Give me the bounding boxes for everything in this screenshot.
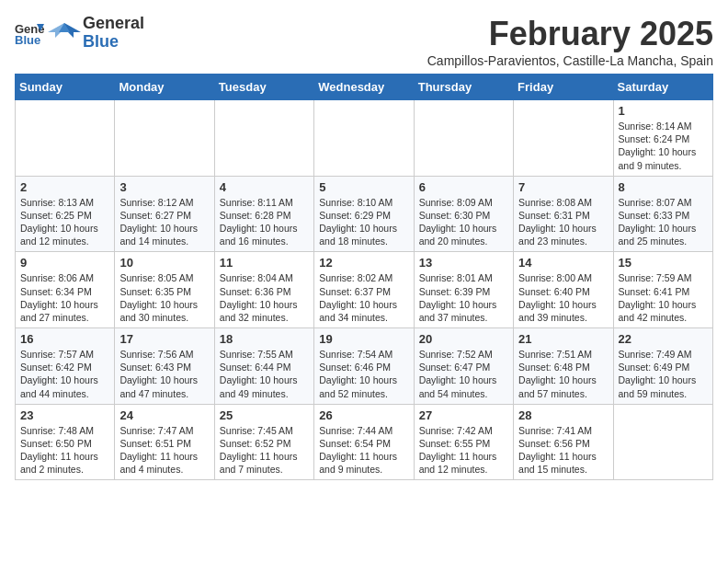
column-header-tuesday: Tuesday [214, 75, 313, 100]
calendar-cell [414, 100, 513, 177]
calendar-cell: 12Sunrise: 8:02 AM Sunset: 6:37 PM Dayli… [314, 252, 414, 328]
calendar-cell: 26Sunrise: 7:44 AM Sunset: 6:54 PM Dayli… [314, 404, 414, 480]
week-row-5: 23Sunrise: 7:48 AM Sunset: 6:50 PM Dayli… [16, 404, 713, 480]
title-block: February 2025 Campillos-Paravientos, Cas… [427, 15, 713, 68]
day-info: Sunrise: 7:52 AM Sunset: 6:47 PM Dayligh… [419, 348, 508, 400]
day-number: 16 [20, 332, 109, 346]
column-header-sunday: Sunday [16, 75, 115, 100]
week-row-1: 1Sunrise: 8:14 AM Sunset: 6:24 PM Daylig… [16, 100, 713, 177]
day-info: Sunrise: 7:56 AM Sunset: 6:43 PM Dayligh… [119, 348, 209, 400]
day-number: 8 [619, 180, 708, 194]
logo-general-text: General [83, 14, 144, 32]
calendar-cell: 24Sunrise: 7:47 AM Sunset: 6:51 PM Dayli… [115, 404, 214, 480]
calendar-header-row: SundayMondayTuesdayWednesdayThursdayFrid… [16, 75, 713, 100]
day-info: Sunrise: 7:47 AM Sunset: 6:51 PM Dayligh… [119, 424, 209, 477]
calendar-cell: 17Sunrise: 7:56 AM Sunset: 6:43 PM Dayli… [115, 328, 214, 405]
day-info: Sunrise: 7:41 AM Sunset: 6:56 PM Dayligh… [518, 424, 608, 477]
week-row-3: 9Sunrise: 8:06 AM Sunset: 6:34 PM Daylig… [16, 252, 713, 328]
calendar-cell: 15Sunrise: 7:59 AM Sunset: 6:41 PM Dayli… [613, 252, 712, 328]
calendar-cell: 10Sunrise: 8:05 AM Sunset: 6:35 PM Dayli… [115, 252, 214, 328]
day-number: 7 [518, 180, 608, 194]
column-header-wednesday: Wednesday [314, 75, 414, 100]
day-number: 15 [619, 256, 708, 270]
calendar-cell: 5Sunrise: 8:10 AM Sunset: 6:29 PM Daylig… [314, 176, 414, 252]
calendar-cell: 27Sunrise: 7:42 AM Sunset: 6:55 PM Dayli… [414, 404, 513, 480]
day-info: Sunrise: 7:49 AM Sunset: 6:49 PM Dayligh… [619, 348, 708, 400]
calendar-cell: 1Sunrise: 8:14 AM Sunset: 6:24 PM Daylig… [613, 100, 712, 177]
day-number: 12 [319, 256, 408, 270]
day-number: 11 [220, 256, 309, 270]
day-info: Sunrise: 8:02 AM Sunset: 6:37 PM Dayligh… [319, 271, 408, 324]
day-info: Sunrise: 8:07 AM Sunset: 6:33 PM Dayligh… [619, 196, 708, 248]
calendar-cell: 13Sunrise: 8:01 AM Sunset: 6:39 PM Dayli… [414, 252, 513, 328]
day-info: Sunrise: 8:05 AM Sunset: 6:35 PM Dayligh… [119, 271, 209, 324]
logo-blue-text: Blue [83, 32, 119, 51]
calendar-cell: 11Sunrise: 8:04 AM Sunset: 6:36 PM Dayli… [214, 252, 313, 328]
day-number: 9 [20, 256, 109, 270]
week-row-4: 16Sunrise: 7:57 AM Sunset: 6:42 PM Dayli… [16, 328, 713, 405]
day-info: Sunrise: 8:14 AM Sunset: 6:24 PM Dayligh… [619, 120, 708, 172]
day-info: Sunrise: 8:12 AM Sunset: 6:27 PM Dayligh… [119, 196, 209, 248]
week-row-2: 2Sunrise: 8:13 AM Sunset: 6:25 PM Daylig… [16, 176, 713, 252]
day-info: Sunrise: 8:13 AM Sunset: 6:25 PM Dayligh… [20, 196, 109, 248]
calendar-cell: 23Sunrise: 7:48 AM Sunset: 6:50 PM Dayli… [16, 404, 115, 480]
day-info: Sunrise: 7:54 AM Sunset: 6:46 PM Dayligh… [319, 348, 408, 400]
day-number: 26 [319, 408, 408, 422]
day-info: Sunrise: 7:59 AM Sunset: 6:41 PM Dayligh… [619, 271, 708, 324]
calendar-cell: 8Sunrise: 8:07 AM Sunset: 6:33 PM Daylig… [613, 176, 712, 252]
day-number: 1 [619, 104, 708, 118]
calendar-cell: 9Sunrise: 8:06 AM Sunset: 6:34 PM Daylig… [16, 252, 115, 328]
day-number: 5 [319, 180, 408, 194]
calendar-cell: 19Sunrise: 7:54 AM Sunset: 6:46 PM Dayli… [314, 328, 414, 405]
day-number: 3 [119, 180, 209, 194]
day-number: 14 [518, 256, 608, 270]
month-title: February 2025 [427, 15, 713, 53]
day-number: 28 [518, 408, 608, 422]
day-number: 21 [518, 332, 608, 346]
calendar-cell [314, 100, 414, 177]
day-number: 22 [619, 332, 708, 346]
day-info: Sunrise: 7:51 AM Sunset: 6:48 PM Dayligh… [518, 348, 608, 400]
calendar-cell: 14Sunrise: 8:00 AM Sunset: 6:40 PM Dayli… [514, 252, 613, 328]
day-number: 25 [220, 408, 309, 422]
day-number: 18 [220, 332, 309, 346]
calendar-cell: 16Sunrise: 7:57 AM Sunset: 6:42 PM Dayli… [16, 328, 115, 405]
calendar-cell [514, 100, 613, 177]
day-number: 4 [220, 180, 309, 194]
day-number: 6 [419, 180, 508, 194]
calendar-cell: 18Sunrise: 7:55 AM Sunset: 6:44 PM Dayli… [214, 328, 313, 405]
day-number: 10 [119, 256, 209, 270]
calendar-cell: 6Sunrise: 8:09 AM Sunset: 6:30 PM Daylig… [414, 176, 513, 252]
calendar-cell [214, 100, 313, 177]
day-info: Sunrise: 8:04 AM Sunset: 6:36 PM Dayligh… [220, 271, 309, 324]
day-info: Sunrise: 8:06 AM Sunset: 6:34 PM Dayligh… [20, 271, 109, 324]
calendar-cell: 25Sunrise: 7:45 AM Sunset: 6:52 PM Dayli… [214, 404, 313, 480]
day-number: 24 [119, 408, 209, 422]
day-info: Sunrise: 8:00 AM Sunset: 6:40 PM Dayligh… [518, 271, 608, 324]
calendar-cell: 2Sunrise: 8:13 AM Sunset: 6:25 PM Daylig… [16, 176, 115, 252]
logo-bird-icon [48, 19, 81, 47]
day-info: Sunrise: 7:55 AM Sunset: 6:44 PM Dayligh… [220, 348, 309, 400]
column-header-monday: Monday [115, 75, 214, 100]
calendar-cell: 22Sunrise: 7:49 AM Sunset: 6:49 PM Dayli… [613, 328, 712, 405]
location-subtitle: Campillos-Paravientos, Castille-La Manch… [427, 53, 713, 68]
logo-icon: General Blue [15, 20, 44, 46]
day-info: Sunrise: 7:57 AM Sunset: 6:42 PM Dayligh… [20, 348, 109, 400]
day-info: Sunrise: 8:01 AM Sunset: 6:39 PM Dayligh… [419, 271, 508, 324]
day-info: Sunrise: 8:09 AM Sunset: 6:30 PM Dayligh… [419, 196, 508, 248]
calendar-cell: 3Sunrise: 8:12 AM Sunset: 6:27 PM Daylig… [115, 176, 214, 252]
day-info: Sunrise: 8:08 AM Sunset: 6:31 PM Dayligh… [518, 196, 608, 248]
calendar-cell: 28Sunrise: 7:41 AM Sunset: 6:56 PM Dayli… [514, 404, 613, 480]
day-number: 20 [419, 332, 508, 346]
calendar-cell: 21Sunrise: 7:51 AM Sunset: 6:48 PM Dayli… [514, 328, 613, 405]
calendar-cell: 7Sunrise: 8:08 AM Sunset: 6:31 PM Daylig… [514, 176, 613, 252]
day-info: Sunrise: 8:11 AM Sunset: 6:28 PM Dayligh… [220, 196, 309, 248]
column-header-thursday: Thursday [414, 75, 513, 100]
calendar-cell [16, 100, 115, 177]
day-number: 27 [419, 408, 508, 422]
svg-text:Blue: Blue [15, 33, 40, 46]
day-info: Sunrise: 7:44 AM Sunset: 6:54 PM Dayligh… [319, 424, 408, 477]
day-number: 19 [319, 332, 408, 346]
day-number: 17 [119, 332, 209, 346]
day-info: Sunrise: 7:48 AM Sunset: 6:50 PM Dayligh… [20, 424, 109, 477]
